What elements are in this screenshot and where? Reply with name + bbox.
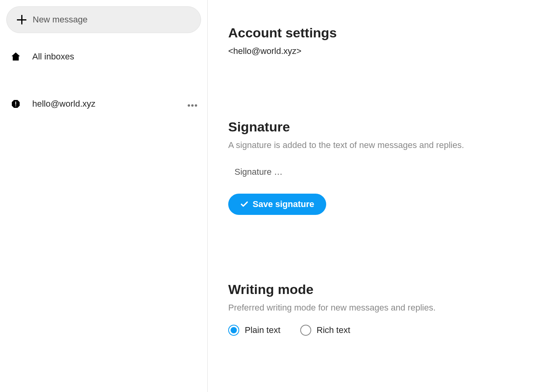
radio-icon bbox=[228, 325, 239, 336]
account-email-text: <hello@world.xyz> bbox=[228, 46, 523, 56]
svg-point-4 bbox=[195, 104, 197, 107]
all-inboxes-label: All inboxes bbox=[32, 52, 197, 62]
writing-mode-rich-radio[interactable]: Rich text bbox=[300, 325, 351, 336]
signature-heading: Signature bbox=[228, 119, 523, 135]
rich-text-label: Rich text bbox=[317, 325, 351, 335]
writing-mode-plain-radio[interactable]: Plain text bbox=[228, 325, 281, 336]
more-icon[interactable] bbox=[188, 100, 197, 109]
svg-rect-1 bbox=[15, 105, 16, 106]
writing-mode-section: Writing mode Preferred writing mode for … bbox=[228, 282, 523, 336]
main-content: Account settings <hello@world.xyz> Signa… bbox=[208, 0, 543, 392]
save-signature-label: Save signature bbox=[253, 199, 314, 209]
writing-mode-heading: Writing mode bbox=[228, 282, 523, 297]
sidebar: New message All inboxes hello@world.xyz bbox=[0, 0, 208, 392]
home-icon bbox=[10, 51, 21, 62]
plus-icon bbox=[17, 15, 26, 24]
plain-text-label: Plain text bbox=[245, 325, 281, 335]
alert-octagon-icon bbox=[10, 98, 21, 109]
check-icon bbox=[240, 200, 249, 209]
account-label: hello@world.xyz bbox=[32, 99, 177, 109]
account-settings-heading: Account settings bbox=[228, 25, 523, 41]
svg-point-2 bbox=[188, 104, 190, 107]
signature-subtext: A signature is added to the text of new … bbox=[228, 140, 523, 150]
signature-input[interactable] bbox=[228, 162, 523, 182]
sidebar-item-all-inboxes[interactable]: All inboxes bbox=[6, 45, 201, 68]
new-message-button[interactable]: New message bbox=[6, 6, 201, 33]
save-signature-button[interactable]: Save signature bbox=[228, 194, 326, 215]
writing-mode-subtext: Preferred writing mode for new messages … bbox=[228, 303, 523, 313]
writing-mode-radio-group: Plain text Rich text bbox=[228, 325, 523, 336]
new-message-label: New message bbox=[33, 15, 87, 25]
sidebar-item-account[interactable]: hello@world.xyz bbox=[6, 92, 201, 116]
svg-rect-0 bbox=[15, 102, 16, 105]
radio-icon bbox=[300, 325, 311, 336]
svg-point-3 bbox=[191, 104, 194, 107]
